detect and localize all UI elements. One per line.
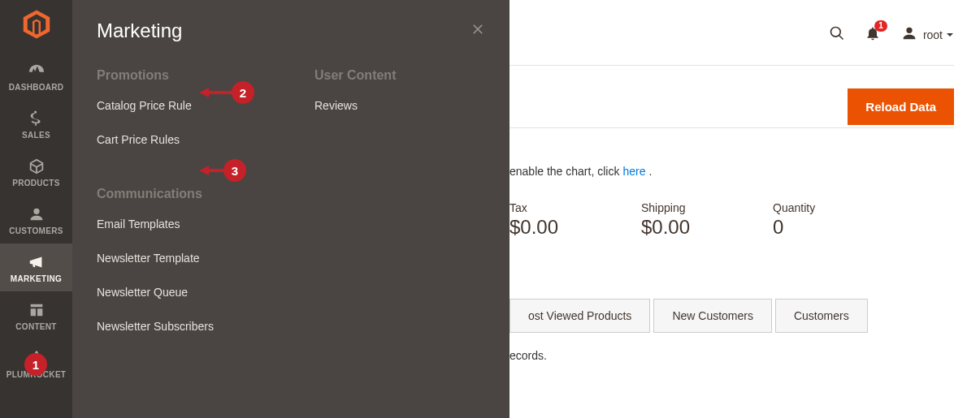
cube-icon (27, 157, 46, 175)
dashboard-tabs: ost Viewed Products New Customers Custom… (510, 299, 871, 333)
divider (510, 127, 954, 128)
sidebar-item-sales[interactable]: SALES (0, 100, 72, 148)
submenu-link-catalog-price-rule[interactable]: Catalog Price Rule (97, 99, 290, 112)
stat-value: 0 (773, 216, 904, 239)
submenu-group-promotions: Promotions (97, 68, 290, 83)
stat-shipping: Shipping $0.00 (641, 201, 773, 239)
sidebar-item-customers[interactable]: CUSTOMERS (0, 196, 72, 243)
sidebar-item-label: CUSTOMERS (9, 226, 63, 235)
chart-enable-suffix: . (648, 165, 652, 178)
annotation-bubble-1: 1 (24, 353, 47, 376)
annotation-number: 1 (24, 353, 47, 376)
sidebar-item-label: PRODUCTS (12, 179, 60, 187)
magento-logo-icon[interactable] (20, 8, 53, 44)
annotation-number: 3 (223, 159, 246, 182)
submenu-link-newsletter-template[interactable]: Newsletter Template (97, 252, 290, 265)
sidebar-item-label: MARKETING (11, 274, 62, 283)
close-icon[interactable] (470, 22, 485, 40)
user-menu[interactable]: root (900, 24, 954, 45)
gauge-icon (27, 62, 46, 80)
avatar-icon (900, 24, 923, 45)
reload-data-button[interactable]: Reload Data (848, 88, 954, 125)
sidebar-item-products[interactable]: PRODUCTS (0, 148, 72, 196)
dollar-icon (27, 110, 46, 127)
submenu-link-reviews[interactable]: Reviews (314, 99, 508, 112)
sidebar-item-label: SALES (22, 131, 50, 140)
tab-new-customers[interactable]: New Customers (653, 299, 772, 333)
tab-customers[interactable]: Customers (775, 299, 868, 333)
submenu-group-user-content: User Content (314, 68, 508, 83)
sidebar-item-content[interactable]: CONTENT (0, 291, 72, 339)
stat-value: $0.00 (641, 216, 773, 239)
sidebar-item-label: CONTENT (15, 322, 56, 331)
tab-most-viewed-products[interactable]: ost Viewed Products (510, 299, 650, 333)
header-actions: 1 root (829, 24, 954, 45)
submenu-link-newsletter-subscribers[interactable]: Newsletter Subscribers (97, 320, 290, 333)
submenu-group-communications: Communications (97, 187, 290, 201)
marketing-submenu: Marketing Promotions Catalog Price Rule … (72, 0, 510, 418)
megaphone-icon (27, 253, 46, 271)
search-icon[interactable] (829, 25, 845, 45)
chart-enable-message: enable the chart, click here . (510, 165, 652, 178)
submenu-link-email-templates[interactable]: Email Templates (97, 218, 290, 231)
annotation-number: 2 (232, 81, 254, 104)
submenu-title: Marketing (97, 19, 182, 42)
chevron-down-icon (946, 28, 954, 41)
sidebar-item-label: DASHBOARD (9, 83, 64, 92)
annotation-bubble-2: 2 (199, 81, 254, 104)
username: root (923, 28, 943, 41)
arrow-left-icon (199, 164, 225, 177)
submenu-link-newsletter-queue[interactable]: Newsletter Queue (97, 286, 290, 299)
chart-enable-prefix: enable the chart, click (510, 165, 619, 178)
stat-label: Quantity (773, 201, 904, 214)
stat-label: Shipping (641, 201, 773, 214)
svg-point-0 (830, 27, 840, 37)
chart-enable-link[interactable]: here (622, 165, 645, 178)
stat-tax: Tax $0.00 (510, 201, 641, 239)
annotation-bubble-3: 3 (199, 159, 246, 182)
sidebar-item-marketing[interactable]: MARKETING (0, 243, 72, 291)
stat-value: $0.00 (510, 216, 641, 239)
layout-icon (27, 301, 46, 319)
notification-badge: 1 (874, 20, 887, 32)
records-message: ecords. (510, 349, 547, 362)
dashboard-stats: Tax $0.00 Shipping $0.00 Quantity 0 (510, 201, 904, 239)
notifications-icon[interactable]: 1 (865, 25, 881, 45)
sidebar-item-dashboard[interactable]: DASHBOARD (0, 52, 72, 100)
person-icon (27, 205, 46, 223)
stat-label: Tax (510, 201, 641, 214)
submenu-link-cart-price-rules[interactable]: Cart Price Rules (97, 133, 290, 146)
stat-quantity: Quantity 0 (773, 201, 904, 239)
divider (510, 65, 954, 66)
arrow-left-icon (199, 86, 233, 99)
